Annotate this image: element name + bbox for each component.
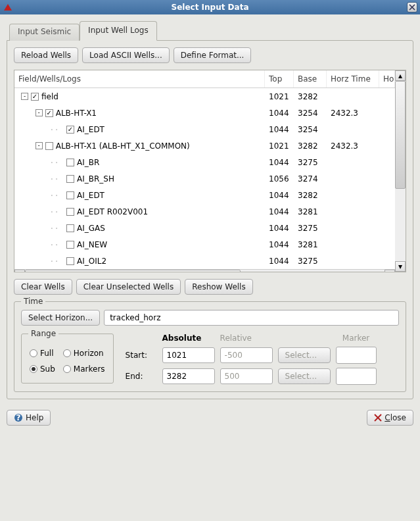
tree-checkbox[interactable] <box>66 208 74 216</box>
tree-item-label: AI_EDT <box>77 191 105 200</box>
cell-horz: 2432.3 <box>327 109 379 118</box>
button-label: Select... <box>285 351 317 360</box>
scroll-down-arrow[interactable]: ▾ <box>395 261 406 272</box>
cell-base: 3282 <box>294 92 327 101</box>
cell-top: 1021 <box>265 92 294 101</box>
range-markers-radio[interactable]: Markers <box>63 364 105 374</box>
cell-top: 1044 <box>265 257 294 266</box>
tree-checkbox[interactable] <box>45 142 53 150</box>
window-title: Select Input Data <box>171 3 248 12</box>
scroll-left-arrow[interactable]: ◂ <box>14 270 25 272</box>
tree-row[interactable]: ·· AI_BR10443275 <box>14 154 395 170</box>
tree-checkbox[interactable] <box>66 224 74 232</box>
tree-checkbox[interactable] <box>66 159 74 166</box>
radio-label: Horizon <box>74 349 104 358</box>
input-value: tracked_horz <box>110 313 160 322</box>
scroll-up-arrow[interactable]: ▴ <box>395 70 406 81</box>
tree-checkbox[interactable] <box>31 93 39 101</box>
expander-icon[interactable]: - <box>35 109 43 116</box>
cell-base: 3275 <box>294 158 327 167</box>
col-relative: Relative <box>220 334 273 343</box>
radio-label: Sub <box>40 364 55 374</box>
button-label: Load ASCII Wells... <box>89 51 162 60</box>
window-close-button[interactable] <box>407 2 417 12</box>
expander-icon[interactable]: - <box>21 93 28 100</box>
cell-top: 1044 <box>265 125 294 134</box>
cell-top: 1044 <box>265 109 294 118</box>
tree-row[interactable]: ·· AI_OIL210443275 <box>14 253 395 269</box>
cell-base: 3274 <box>294 174 327 184</box>
col-header-top[interactable]: Top <box>265 70 294 87</box>
svg-text:?: ? <box>16 413 21 422</box>
input-value: 500 <box>225 372 240 381</box>
reload-wells-button[interactable]: Reload Wells <box>14 47 78 63</box>
vertical-scrollbar[interactable]: ▴ ▾ <box>395 70 406 272</box>
radio-label: Markers <box>74 364 105 374</box>
tab-panel-well-logs: Reload Wells Load ASCII Wells... Define … <box>7 40 413 399</box>
range-horizon-radio[interactable]: Horizon <box>63 349 105 358</box>
range-full-radio[interactable]: Full <box>30 349 55 358</box>
range-group-title: Range <box>28 329 58 338</box>
tree-row[interactable]: - ALB-HT-X1104432542432.3 <box>14 105 395 121</box>
app-icon <box>3 2 13 12</box>
button-label: Select Horizon... <box>28 313 93 322</box>
start-marker-select-button: Select... <box>278 347 331 363</box>
cell-base: 3254 <box>294 125 327 134</box>
end-absolute-input[interactable]: 3282 <box>162 368 215 384</box>
col-header-name[interactable]: Field/Wells/Logs <box>14 70 265 87</box>
cell-base: 3281 <box>294 240 327 249</box>
horizontal-scrollbar[interactable]: ◂ ▸ <box>14 269 395 272</box>
load-ascii-wells-button[interactable]: Load ASCII Wells... <box>82 47 170 63</box>
range-sub-radio[interactable]: Sub <box>30 364 55 374</box>
input-value: 3282 <box>167 372 187 381</box>
tree-row[interactable]: ·· AI_EDT10443282 <box>14 187 395 203</box>
cell-top: 1044 <box>265 158 294 167</box>
expander-icon[interactable]: - <box>35 142 43 149</box>
cell-base: 3282 <box>294 141 327 151</box>
reshow-wells-button[interactable]: Reshow Wells <box>185 279 252 295</box>
col-header-horz-time[interactable]: Horz Time <box>327 70 379 87</box>
define-format-button[interactable]: Define Format... <box>174 47 252 63</box>
tree-row[interactable]: - ALB-HT-X1 (ALB-HT_X1_COMMON)1021328224… <box>14 137 395 154</box>
col-absolute: Absolute <box>162 334 215 343</box>
tree-header: Field/Wells/Logs Top Base Horz Time Ho <box>14 70 395 88</box>
tree-row[interactable]: ·· AI_EDT R002V00110443281 <box>14 203 395 220</box>
cell-top: 1044 <box>265 224 294 233</box>
tree-checkbox[interactable] <box>66 126 74 134</box>
clear-wells-button[interactable]: Clear Wells <box>14 279 72 295</box>
tree-row[interactable]: ·· AI_NEW10443281 <box>14 236 395 253</box>
cell-top: 1021 <box>265 141 294 151</box>
tree-item-label: AI_BR <box>77 158 99 167</box>
tab-input-well-logs[interactable]: Input Well Logs <box>80 21 157 41</box>
tree-checkbox[interactable] <box>66 191 74 199</box>
close-button[interactable]: Close <box>367 410 413 426</box>
cell-base: 3281 <box>294 207 327 216</box>
tree-row[interactable]: - field10213282 <box>14 88 395 105</box>
window-titlebar: Select Input Data <box>0 0 420 14</box>
button-label: Reload Wells <box>21 51 71 60</box>
horizon-name-field[interactable]: tracked_horz <box>104 310 399 326</box>
tree-row[interactable]: ·· AI_BR_SH10563274 <box>14 170 395 187</box>
tab-label: Input Seismic <box>18 27 71 36</box>
select-horizon-button[interactable]: Select Horizon... <box>21 310 100 326</box>
button-label: Select... <box>285 372 317 381</box>
tree-item-label: AI_EDT R002V001 <box>77 207 148 216</box>
close-icon <box>374 414 382 422</box>
tree-row[interactable]: ·· AI_GAS10443275 <box>14 220 395 236</box>
col-header-extra[interactable]: Ho <box>379 70 395 87</box>
tree-checkbox[interactable] <box>45 109 53 117</box>
help-icon: ? <box>14 413 23 422</box>
col-header-base[interactable]: Base <box>294 70 327 87</box>
tree-checkbox[interactable] <box>66 241 74 249</box>
clear-unselected-wells-button[interactable]: Clear Unselected Wells <box>76 279 181 295</box>
end-label: End: <box>126 372 157 381</box>
scroll-right-arrow[interactable]: ▸ <box>385 270 395 272</box>
button-label: Reshow Wells <box>192 282 245 291</box>
tree-row[interactable]: ·· AI_EDT10443254 <box>14 121 395 137</box>
button-label: Define Format... <box>181 51 245 60</box>
tab-input-seismic[interactable]: Input Seismic <box>9 24 80 41</box>
start-absolute-input[interactable]: 1021 <box>162 347 215 363</box>
help-button[interactable]: ? Help <box>7 410 51 426</box>
tree-checkbox[interactable] <box>66 257 74 265</box>
tree-checkbox[interactable] <box>66 175 74 183</box>
